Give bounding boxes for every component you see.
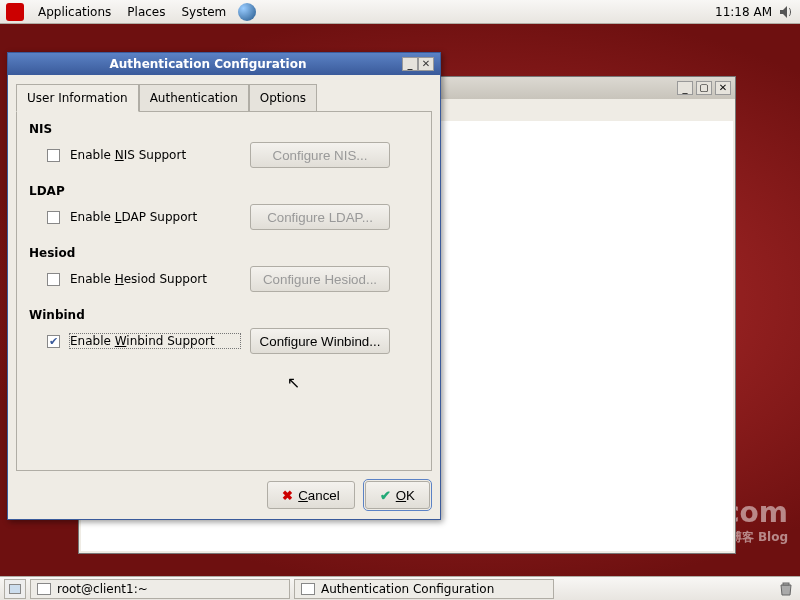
dialog-close-button[interactable]: ✕ — [418, 57, 434, 71]
show-desktop-button[interactable] — [4, 579, 26, 599]
checkbox-enable-winbind[interactable] — [47, 335, 60, 348]
section-nis-label: NIS — [29, 122, 419, 136]
label-enable-winbind: Enable Winbind Support — [70, 334, 240, 348]
distro-icon[interactable] — [6, 3, 24, 21]
terminal-task-icon — [37, 583, 51, 595]
desktop: 51CTO.com 技术博客 Blog _ ▢ ✕ g-authenticati… — [0, 24, 800, 576]
clock[interactable]: 11:18 AM — [715, 5, 772, 19]
tab-authentication[interactable]: Authentication — [139, 84, 249, 112]
terminal-close-button[interactable]: ✕ — [715, 81, 731, 95]
dialog-title: Authentication Configuration — [14, 57, 402, 71]
cancel-icon: ✖ — [282, 488, 293, 503]
configure-ldap-button: Configure LDAP... — [250, 204, 390, 230]
dialog-button-row: ✖Cancel ✔OK — [8, 471, 440, 519]
tab-content-user-information: NIS Enable NIS Support Configure NIS... … — [16, 111, 432, 471]
volume-icon[interactable] — [778, 4, 794, 20]
menu-places[interactable]: Places — [119, 2, 173, 22]
cancel-button[interactable]: ✖Cancel — [267, 481, 355, 509]
bottom-panel: root@client1:~ Authentication Configurat… — [0, 576, 800, 600]
tab-user-information[interactable]: User Information — [16, 84, 139, 112]
menu-applications[interactable]: Applications — [30, 2, 119, 22]
configure-nis-button: Configure NIS... — [250, 142, 390, 168]
dialog-task-icon — [301, 583, 315, 595]
checkbox-enable-hesiod[interactable] — [47, 273, 60, 286]
menu-system[interactable]: System — [173, 2, 234, 22]
checkbox-enable-nis[interactable] — [47, 149, 60, 162]
browser-launcher-icon[interactable] — [238, 3, 256, 21]
taskbar-auth-config[interactable]: Authentication Configuration — [294, 579, 554, 599]
section-winbind-label: Winbind — [29, 308, 419, 322]
svg-rect-0 — [783, 583, 789, 585]
terminal-maximize-button[interactable]: ▢ — [696, 81, 712, 95]
tab-options[interactable]: Options — [249, 84, 317, 112]
tab-bar: User Information Authentication Options — [16, 83, 432, 111]
checkbox-enable-ldap[interactable] — [47, 211, 60, 224]
top-panel: Applications Places System 11:18 AM — [0, 0, 800, 24]
auth-config-dialog: Authentication Configuration _ ✕ User In… — [7, 52, 441, 520]
label-enable-nis: Enable NIS Support — [70, 148, 240, 162]
ok-button[interactable]: ✔OK — [365, 481, 430, 509]
trash-icon[interactable] — [776, 579, 796, 599]
configure-winbind-button[interactable]: Configure Winbind... — [250, 328, 390, 354]
section-ldap-label: LDAP — [29, 184, 419, 198]
label-enable-hesiod: Enable Hesiod Support — [70, 272, 240, 286]
ok-icon: ✔ — [380, 488, 391, 503]
section-hesiod-label: Hesiod — [29, 246, 419, 260]
configure-hesiod-button: Configure Hesiod... — [250, 266, 390, 292]
dialog-minimize-button[interactable]: _ — [402, 57, 418, 71]
terminal-minimize-button[interactable]: _ — [677, 81, 693, 95]
taskbar-terminal[interactable]: root@client1:~ — [30, 579, 290, 599]
dialog-titlebar[interactable]: Authentication Configuration _ ✕ — [8, 53, 440, 75]
label-enable-ldap: Enable LDAP Support — [70, 210, 240, 224]
